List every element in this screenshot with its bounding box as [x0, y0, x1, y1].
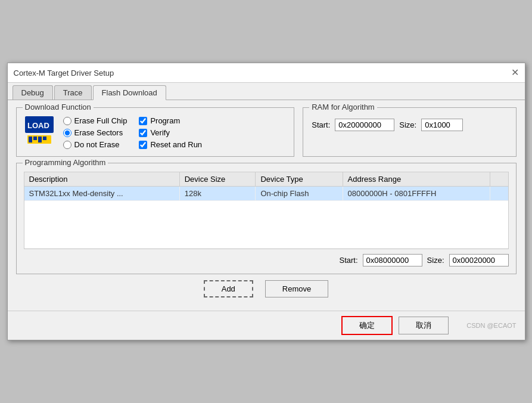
checkbox-verify-input[interactable]: [139, 129, 147, 137]
footer: 确定 取消 CSDN @ECAOT: [8, 311, 525, 340]
radio-group: Erase Full Chip Erase Sectors Do not Era…: [63, 116, 127, 149]
ram-title: RAM for Algorithm: [309, 103, 377, 111]
size-input[interactable]: [421, 119, 463, 131]
svg-rect-8: [38, 140, 42, 142]
checkbox-reset-and-run-input[interactable]: [139, 141, 147, 149]
content-area: Download Function LOAD: [8, 100, 525, 311]
radio-erase-sectors-input[interactable]: [63, 129, 71, 137]
algo-bottom-row: Start: Size:: [24, 254, 509, 266]
cell-address-range: 08000000H - 0801FFFFH: [343, 187, 490, 201]
prog-algo-title: Programming Algorithm: [23, 158, 108, 167]
radio-erase-full-chip-input[interactable]: [63, 117, 71, 125]
radio-do-not-erase[interactable]: Do not Erase: [63, 140, 127, 149]
checkbox-program[interactable]: Program: [139, 116, 202, 125]
radio-do-not-erase-label: Do not Erase: [74, 140, 120, 149]
algorithm-table-wrapper: Description Device Size Device Type Addr…: [24, 172, 509, 249]
checkbox-program-input[interactable]: [139, 117, 147, 125]
svg-rect-6: [43, 137, 46, 140]
size-label: Size:: [399, 120, 416, 129]
remove-button[interactable]: Remove: [265, 280, 328, 297]
radio-erase-full-chip-label: Erase Full Chip: [74, 116, 127, 125]
algo-size-label: Size:: [427, 256, 444, 265]
button-row: Add Remove: [16, 280, 517, 297]
radio-erase-sectors[interactable]: Erase Sectors: [63, 128, 127, 137]
checkbox-group: Program Verify Reset and Run: [139, 116, 202, 149]
tab-bar: Debug Trace Flash Download: [8, 83, 525, 100]
empty-row: [24, 201, 508, 249]
cell-device-type: On-chip Flash: [256, 187, 343, 201]
radio-erase-full-chip[interactable]: Erase Full Chip: [63, 116, 127, 125]
window-title: Cortex-M Target Driver Setup: [14, 69, 114, 78]
download-function-group: Download Function LOAD: [16, 107, 295, 157]
svg-rect-7: [29, 140, 32, 142]
checkbox-reset-and-run[interactable]: Reset and Run: [139, 140, 202, 149]
svg-text:LOAD: LOAD: [27, 121, 49, 130]
svg-rect-4: [33, 137, 37, 140]
checkbox-reset-and-run-label: Reset and Run: [150, 140, 202, 149]
add-button[interactable]: Add: [204, 280, 253, 297]
algo-start-input[interactable]: [363, 254, 422, 266]
tab-trace[interactable]: Trace: [54, 85, 92, 100]
col-device-type: Device Type: [256, 172, 343, 187]
start-label: Start:: [312, 120, 330, 129]
start-input[interactable]: [335, 119, 394, 131]
titlebar: Cortex-M Target Driver Setup ✕: [8, 63, 525, 83]
cell-extra: [490, 187, 508, 201]
col-device-size: Device Size: [179, 172, 256, 187]
svg-rect-3: [29, 137, 32, 140]
cell-device-size: 128k: [179, 187, 256, 201]
cell-description: STM32L1xx Med-density ...: [24, 187, 180, 201]
table-row[interactable]: STM32L1xx Med-density ... 128k On-chip F…: [24, 187, 508, 201]
close-button[interactable]: ✕: [511, 68, 519, 78]
watermark: CSDN @ECAOT: [466, 322, 516, 329]
radio-do-not-erase-input[interactable]: [63, 141, 71, 149]
algo-size-input[interactable]: [449, 254, 509, 266]
algorithm-table: Description Device Size Device Type Addr…: [24, 172, 508, 249]
cancel-button[interactable]: 取消: [399, 317, 449, 334]
tab-flash-download[interactable]: Flash Download: [93, 85, 166, 100]
main-window: Cortex-M Target Driver Setup ✕ Debug Tra…: [7, 63, 525, 340]
svg-rect-5: [38, 137, 42, 140]
col-description: Description: [24, 172, 180, 187]
df-inner: LOAD Er: [25, 116, 286, 149]
tab-debug[interactable]: Debug: [13, 85, 53, 100]
checkbox-verify[interactable]: Verify: [139, 128, 202, 137]
load-icon: LOAD: [25, 116, 54, 146]
col-address-range: Address Range: [343, 172, 490, 187]
col-extra: [490, 172, 508, 187]
checkbox-program-label: Program: [150, 116, 180, 125]
programming-algorithm-group: Programming Algorithm Description Device…: [16, 163, 517, 274]
algo-start-label: Start:: [340, 256, 358, 265]
top-row: Download Function LOAD: [16, 107, 517, 157]
confirm-button[interactable]: 确定: [341, 316, 393, 335]
ram-for-algorithm-group: RAM for Algorithm Start: Size:: [303, 107, 516, 157]
download-function-title: Download Function: [23, 103, 94, 111]
table-header-row: Description Device Size Device Type Addr…: [24, 172, 508, 187]
ram-inner: Start: Size:: [312, 119, 507, 131]
radio-erase-sectors-label: Erase Sectors: [74, 128, 123, 137]
checkbox-verify-label: Verify: [150, 128, 170, 137]
